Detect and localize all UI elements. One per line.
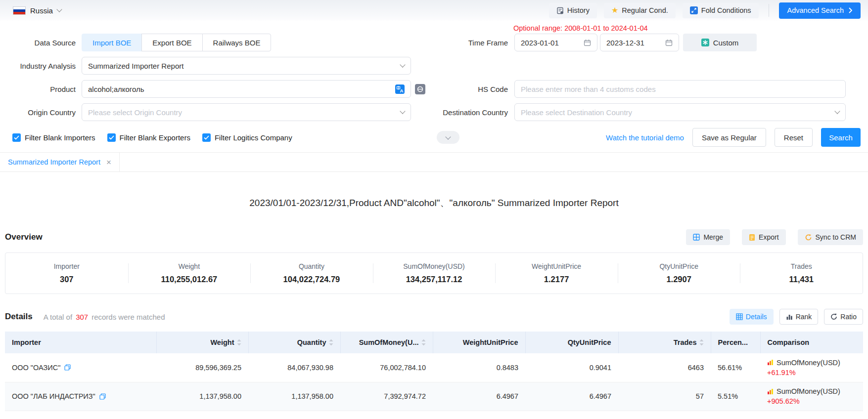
comparison-cell: SumOfMoney(USD) +61.91% xyxy=(760,353,863,382)
details-matched-text: A total of307records were matched xyxy=(44,313,165,321)
merge-label: Merge xyxy=(703,233,723,241)
weight-cell: 89,596,369.25 xyxy=(156,353,248,382)
calendar-icon[interactable] xyxy=(665,39,673,46)
custom-range-button[interactable]: Custom xyxy=(683,34,757,51)
stat-label: WeightUnitPrice xyxy=(532,262,581,270)
stat-trades: Trades 11,431 xyxy=(740,253,863,293)
stat-label: SumOfMoney(USD) xyxy=(403,262,464,270)
industry-analysis-label: Industry Analysis xyxy=(0,62,82,70)
stat-value: 110,255,012.67 xyxy=(161,275,217,284)
copy-icon[interactable] xyxy=(99,393,106,400)
view-details-label: Details xyxy=(746,313,767,321)
col-weight: Weight xyxy=(210,338,234,346)
table-row: ООО "ОАЗИС" 89,596,369.25 84,067,930.98 … xyxy=(5,353,863,382)
industry-analysis-value: Summarized Importer Report xyxy=(88,62,183,70)
tab-summarized-importer-report[interactable]: Summarized Importer Report × xyxy=(0,153,120,171)
sync-to-crm-label: Sync to CRM xyxy=(816,233,856,241)
sum-cell: 76,002,784.10 xyxy=(340,353,433,382)
sort-icon[interactable] xyxy=(329,339,333,346)
calendar-icon[interactable] xyxy=(584,39,591,46)
history-icon xyxy=(556,7,564,14)
export-button[interactable]: Export xyxy=(742,229,785,245)
date-to-field[interactable] xyxy=(600,34,679,51)
hs-code-input[interactable] xyxy=(521,85,839,93)
history-button[interactable]: History xyxy=(549,3,597,18)
product-input[interactable] xyxy=(88,85,395,93)
comparison-change: +61.91% xyxy=(767,369,856,377)
filter-label: Filter Logitics Company xyxy=(215,133,292,142)
tab-import-boe[interactable]: Import BOE xyxy=(82,34,142,51)
export-label: Export xyxy=(759,233,778,241)
filter-blank-importers-checkbox[interactable]: Filter Blank Importers xyxy=(12,133,95,142)
sum-cell: 7,392,974.72 xyxy=(340,382,433,411)
history-label: History xyxy=(567,6,590,14)
result-tab-label: Summarized Importer Report xyxy=(8,158,100,166)
importer-name[interactable]: ООО "ОАЗИС" xyxy=(12,364,60,372)
weight-unit-price-cell: 6.4967 xyxy=(433,382,525,411)
weight-unit-price-cell: 0.8483 xyxy=(433,353,525,382)
chevron-down-icon xyxy=(56,6,62,12)
view-rank-button[interactable]: Rank xyxy=(779,309,819,325)
merge-button[interactable]: Merge xyxy=(686,229,730,245)
country-selector[interactable]: Russia xyxy=(13,6,61,15)
destination-country-select[interactable]: Please select Destination Country xyxy=(514,103,846,121)
view-ratio-button[interactable]: Ratio xyxy=(824,309,863,325)
filter-blank-exporters-checkbox[interactable]: Filter Blank Exporters xyxy=(107,133,190,142)
view-rank-label: Rank xyxy=(796,313,812,321)
save-as-regular-button[interactable]: Save as Regular xyxy=(692,128,766,147)
details-table: Importer Weight Quantity SumOfMoney(U...… xyxy=(5,332,863,411)
checkbox-checked-icon xyxy=(107,133,116,142)
regular-cond-button[interactable]: ★ Regular Cond. xyxy=(604,3,676,18)
col-weight-unit-price: WeightUnitPrice xyxy=(463,338,518,346)
chevron-right-icon xyxy=(848,7,852,13)
stat-sum-of-money: SumOfMoney(USD) 134,257,117.12 xyxy=(373,253,496,293)
translate-icon[interactable]: A xyxy=(395,84,405,94)
sort-icon[interactable] xyxy=(421,339,426,346)
fold-icon xyxy=(690,6,698,14)
search-button[interactable]: Search xyxy=(821,128,861,147)
copy-icon[interactable] xyxy=(64,364,71,371)
comparison-change: +905.62% xyxy=(767,397,856,405)
custom-label: Custom xyxy=(713,39,739,47)
stat-weight-unit-price: WeightUnitPrice 1.2177 xyxy=(495,253,618,293)
hs-code-field[interactable] xyxy=(514,80,846,98)
close-icon[interactable]: × xyxy=(106,158,111,167)
sort-icon[interactable] xyxy=(237,339,241,346)
stat-label: Importer xyxy=(54,262,80,270)
destination-country-label: Destination Country xyxy=(417,108,514,117)
filter-logitics-company-checkbox[interactable]: Filter Logitics Company xyxy=(202,133,292,142)
view-details-button[interactable]: Details xyxy=(730,309,774,325)
data-source-tabs: Import BOE Export BOE Railways BOE xyxy=(82,34,271,51)
stat-label: Weight xyxy=(179,262,200,270)
advanced-search-button[interactable]: Advanced Search xyxy=(779,2,861,19)
fold-conditions-button[interactable]: Fold Conditions xyxy=(683,3,759,18)
origin-country-label: Origin Country xyxy=(0,108,82,117)
date-from-field[interactable] xyxy=(514,34,597,51)
trades-cell: 57 xyxy=(618,382,711,411)
grid-icon xyxy=(736,313,743,320)
importer-name[interactable]: ООО "ЛАБ ИНДАСТРИЗ" xyxy=(12,392,95,400)
sort-icon[interactable] xyxy=(699,339,704,346)
stat-value: 134,257,117.12 xyxy=(406,275,462,284)
destination-country-placeholder: Please select Destination Country xyxy=(521,108,632,117)
country-name: Russia xyxy=(30,6,53,15)
collapse-toggle-button[interactable] xyxy=(437,131,459,144)
stat-value: 11,431 xyxy=(789,275,814,284)
filter-label: Filter Blank Importers xyxy=(25,133,95,142)
stat-value: 1.2177 xyxy=(544,275,569,284)
date-from-input[interactable] xyxy=(521,39,584,47)
sync-to-crm-button[interactable]: Sync to CRM xyxy=(798,229,863,245)
stat-weight: Weight 110,255,012.67 xyxy=(128,253,251,293)
product-field[interactable]: A xyxy=(82,80,411,98)
col-comparison: Comparison xyxy=(768,338,810,346)
col-importer: Importer xyxy=(12,338,41,346)
checkbox-checked-icon xyxy=(202,133,211,142)
tab-railways-boe[interactable]: Railways BOE xyxy=(202,34,272,51)
tutorial-link[interactable]: Watch the tutorial demo xyxy=(606,133,684,142)
industry-analysis-select[interactable]: Summarized Importer Report xyxy=(82,57,411,75)
quantity-cell: 1,137,958.00 xyxy=(248,382,340,411)
date-to-input[interactable] xyxy=(606,39,665,47)
reset-button[interactable]: Reset xyxy=(775,128,813,147)
origin-country-select[interactable]: Please select Origin Country xyxy=(82,103,411,121)
tab-export-boe[interactable]: Export BOE xyxy=(141,34,202,51)
